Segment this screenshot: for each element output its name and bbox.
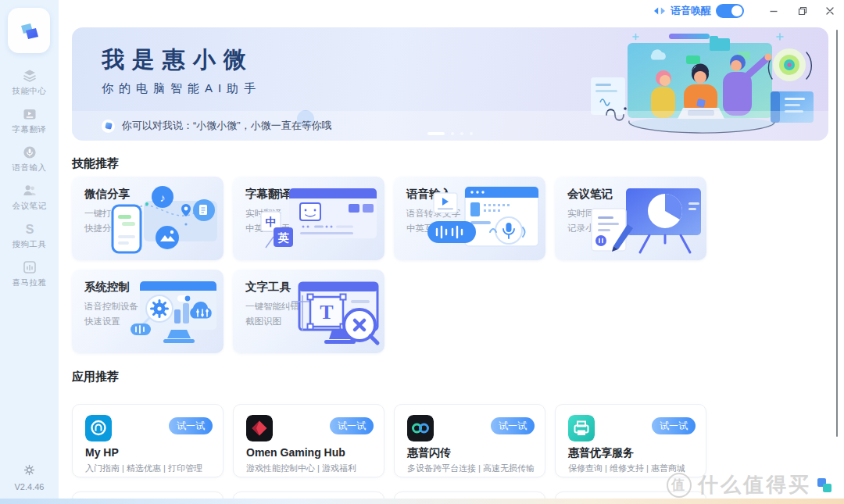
skills-grid: 微信分享 一键打开传输 快捷分享 ♪ xyxy=(72,177,721,353)
sogou-icon: S xyxy=(22,221,38,237)
settings-gear-icon[interactable] xyxy=(23,463,36,477)
app-card-hp-service[interactable]: 试一试 惠普优享服务 保修查询 | 维修支持 | 惠普商城 xyxy=(555,404,706,477)
wechat-share-illustration: ♪ xyxy=(103,184,220,258)
sidebar-item-label: 语音输入 xyxy=(13,163,47,173)
sidebar-item-label: 技能中心 xyxy=(13,86,47,97)
app-desc: 入门指南 | 精选优惠 | 打印管理 xyxy=(85,463,202,474)
sogou-letter: S xyxy=(25,223,34,236)
subtitle-icon xyxy=(22,106,38,122)
app-card-hp-quick-drop[interactable]: 试一试 惠普闪传 多设备跨平台连接 | 高速无损传输 xyxy=(394,404,545,477)
sidebar-item-skill-center[interactable]: 技能中心 xyxy=(0,67,59,98)
app-version: V2.4.46 xyxy=(0,482,59,491)
try-button[interactable]: 试一试 xyxy=(330,417,374,434)
app-desc: 游戏性能控制中心 | 游戏福利 xyxy=(246,463,356,474)
skill-card-wechat-share[interactable]: 微信分享 一键打开传输 快捷分享 ♪ xyxy=(72,177,224,260)
try-button[interactable]: 试一试 xyxy=(169,417,213,434)
maximize-button[interactable] xyxy=(792,2,814,20)
banner-hint: 你可以对我说：“小微小微”，小微一直在等你哦 xyxy=(72,111,828,141)
text-letter-glyph: T xyxy=(320,301,333,323)
carousel-dot-active[interactable] xyxy=(427,132,445,135)
voice-wake-toggle[interactable] xyxy=(716,4,744,18)
sidebar-item-label: 喜马拉雅 xyxy=(13,277,47,288)
meeting-notes-illustration xyxy=(582,184,703,258)
app-desc: 保修查询 | 维修支持 | 惠普商城 xyxy=(568,463,685,474)
voice-wake-group: 语音唤醒 xyxy=(653,4,744,18)
banner-hint-text: 你可以对我说：“小微小微”，小微一直在等你哦 xyxy=(122,119,332,133)
music-note-glyph: ♪ xyxy=(160,191,166,204)
restore-icon xyxy=(798,6,807,16)
sidebar-item-sogou-tools[interactable]: S 搜狗工具 xyxy=(0,220,59,251)
hp-quickdrop-app-icon xyxy=(407,415,434,441)
omen-app-icon xyxy=(246,415,273,441)
zh-badge-glyph: 中 xyxy=(266,216,277,228)
app-name: 惠普闪传 xyxy=(407,446,451,460)
skill-card-meeting-notes[interactable]: 会议笔记 实时同传 记录小能手 xyxy=(555,177,706,260)
sidebar: 技能中心 字幕翻译 语音输入 会议笔记 xyxy=(0,0,59,504)
sidebar-item-label: 字幕翻译 xyxy=(13,124,47,135)
layers-icon xyxy=(22,68,38,84)
app-logo[interactable] xyxy=(8,8,50,53)
close-icon xyxy=(825,6,835,16)
sidebar-footer: V2.4.46 xyxy=(0,463,59,491)
watermark-gradient-strip xyxy=(0,499,844,504)
text-tools-illustration: T xyxy=(260,277,381,351)
try-button[interactable]: 试一试 xyxy=(491,417,535,434)
main-content: 我是惠小微 你的电脑智能AI助手 xyxy=(59,0,844,504)
apps-grid: 试一试 My HP 入门指南 | 精选优惠 | 打印管理 试一试 Omen Ga… xyxy=(72,404,721,504)
skill-card-system-control[interactable]: 系统控制 语音控制设备 快速设置 xyxy=(72,270,224,353)
sidebar-item-label: 搜狗工具 xyxy=(13,239,47,250)
skills-section-heading: 技能推荐 xyxy=(72,156,119,171)
app-desc: 多设备跨平台连接 | 高速无损传输 xyxy=(407,463,535,474)
try-button[interactable]: 试一试 xyxy=(652,417,696,434)
hero-banner[interactable]: 我是惠小微 你的电脑智能AI助手 xyxy=(72,27,828,141)
app-card-my-hp[interactable]: 试一试 My HP 入门指南 | 精选优惠 | 打印管理 xyxy=(72,404,224,477)
vertical-scrollbar[interactable] xyxy=(836,30,838,437)
voice-wake-label[interactable]: 语音唤醒 xyxy=(671,4,711,18)
banner-subtitle: 你的电脑智能AI助手 xyxy=(102,81,261,96)
assistant-icon xyxy=(102,120,115,133)
sidebar-item-subtitle-translate[interactable]: 字幕翻译 xyxy=(0,105,59,136)
carousel-dot[interactable] xyxy=(460,132,463,135)
app-name: 惠普优享服务 xyxy=(568,446,634,460)
sidebar-item-label: 会议笔记 xyxy=(13,201,47,212)
app-card-omen-gaming-hub[interactable]: 试一试 Omen Gaming Hub 游戏性能控制中心 | 游戏福利 xyxy=(233,404,384,477)
skill-card-subtitle-translate[interactable]: 字幕翻译 实时翻译 中英互译无忧 中 英 xyxy=(233,177,384,260)
sidebar-item-ximalaya[interactable]: 喜马拉雅 xyxy=(0,259,59,289)
close-button[interactable] xyxy=(819,2,841,20)
carousel-dot[interactable] xyxy=(470,132,473,135)
en-badge-glyph: 英 xyxy=(277,231,290,244)
ximalaya-icon xyxy=(22,259,38,275)
apps-section-heading: 应用推荐 xyxy=(72,370,119,384)
mic-icon xyxy=(22,145,38,160)
hp-xiaowei-logo-icon xyxy=(13,15,45,46)
my-hp-app-icon xyxy=(85,415,112,441)
sidebar-item-voice-input[interactable]: 语音输入 xyxy=(0,144,59,174)
hp-service-app-icon xyxy=(568,415,595,441)
app-name: My HP xyxy=(85,446,119,459)
banner-title: 我是惠小微 xyxy=(102,45,254,76)
minimize-icon xyxy=(769,6,778,16)
subtitle-translate-illustration: 中 英 xyxy=(256,184,381,258)
voice-input-illustration xyxy=(421,184,542,258)
voice-wake-icon xyxy=(653,5,666,17)
carousel-dot[interactable] xyxy=(451,132,454,135)
sidebar-item-meeting-notes[interactable]: 会议笔记 xyxy=(0,182,59,213)
toggle-knob xyxy=(731,5,742,16)
carousel-indicators[interactable] xyxy=(427,132,473,135)
app-name: Omen Gaming Hub xyxy=(246,446,345,459)
skill-card-text-tools[interactable]: 文字工具 一键智能纠错 截图识图 T xyxy=(233,270,384,353)
sidebar-nav: 技能中心 字幕翻译 语音输入 会议笔记 xyxy=(0,67,59,289)
system-control-illustration xyxy=(99,277,220,351)
minimize-button[interactable] xyxy=(763,2,785,20)
meeting-people-icon xyxy=(22,183,38,198)
skill-card-voice-input[interactable]: 语音输入 语音转录文字 中英互译 xyxy=(394,177,545,260)
